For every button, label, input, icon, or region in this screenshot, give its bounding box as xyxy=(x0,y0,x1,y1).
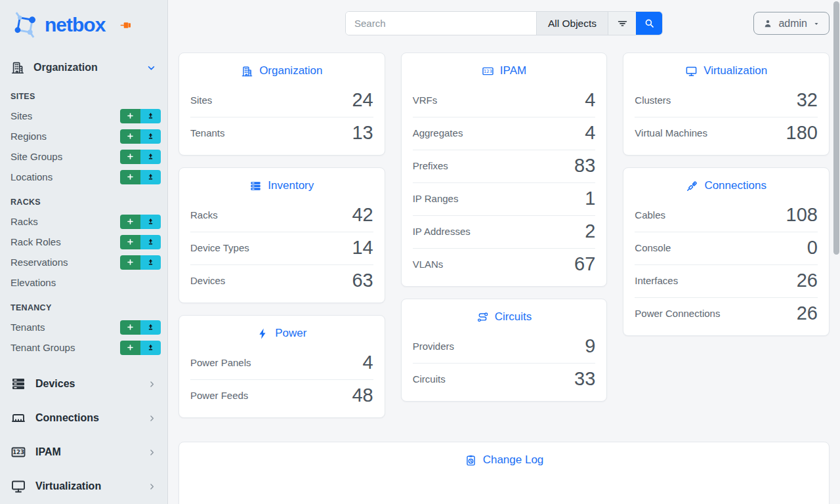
chevron-right-icon xyxy=(147,448,157,457)
upload-icon xyxy=(146,173,155,181)
user-menu-button[interactable]: admin xyxy=(753,12,830,35)
card-power-title[interactable]: Power xyxy=(179,316,385,347)
card-inventory-title[interactable]: Inventory xyxy=(179,168,385,200)
stat-value[interactable]: 4 xyxy=(585,123,595,142)
card-change-log-title[interactable]: Change Log xyxy=(179,442,829,474)
stat-value[interactable]: 26 xyxy=(797,271,818,290)
card-title-label: Inventory xyxy=(268,179,314,192)
pin-icon[interactable] xyxy=(119,19,132,32)
search-input[interactable] xyxy=(346,12,536,35)
search-button[interactable] xyxy=(636,12,662,35)
stat-value[interactable]: 0 xyxy=(807,238,818,257)
sidebar-item-organization[interactable]: Organization xyxy=(0,54,167,81)
import-button[interactable] xyxy=(140,320,161,335)
upload-icon xyxy=(146,132,155,140)
card-virtualization: Virtualization Clusters 32 Virtual Machi… xyxy=(623,52,830,156)
sidebar-item-ipam[interactable]: IPAM xyxy=(0,435,167,469)
stat-row: Clusters 32 xyxy=(635,85,818,117)
stat-row: Power Feeds 48 xyxy=(190,379,373,412)
sidebar-item-label: Locations xyxy=(10,171,52,182)
stat-row: Interfaces 26 xyxy=(635,264,818,297)
chevron-right-icon xyxy=(147,482,157,492)
sidebar-item-tenants[interactable]: Tenants xyxy=(0,317,167,337)
sidebar-item-sites[interactable]: Sites xyxy=(0,106,167,126)
add-button[interactable] xyxy=(120,320,140,335)
stat-value[interactable]: 14 xyxy=(352,238,373,257)
counter-icon xyxy=(482,65,494,77)
import-button[interactable] xyxy=(140,341,161,355)
caret-down-icon xyxy=(812,20,820,28)
add-button[interactable] xyxy=(120,215,140,229)
stat-label: Aggregates xyxy=(413,127,463,138)
stat-value[interactable]: 33 xyxy=(574,369,595,388)
card-title-label: Change Log xyxy=(483,453,544,467)
sidebar-item-connections[interactable]: Connections xyxy=(0,401,167,435)
stat-value[interactable]: 180 xyxy=(786,123,818,142)
import-button[interactable] xyxy=(140,150,161,164)
card-ipam-title[interactable]: IPAM xyxy=(402,53,607,85)
stat-value[interactable]: 63 xyxy=(352,271,373,290)
page-scrollbar-thumb[interactable] xyxy=(833,1,839,255)
import-button[interactable] xyxy=(140,255,161,270)
add-button[interactable] xyxy=(120,170,140,184)
import-button[interactable] xyxy=(140,215,161,229)
chevron-right-icon xyxy=(147,413,157,423)
import-button[interactable] xyxy=(140,235,161,249)
import-button[interactable] xyxy=(140,109,161,123)
sidebar-item-reservations[interactable]: Reservations xyxy=(0,252,167,272)
card-connections-title[interactable]: Connections xyxy=(623,168,829,200)
main-area: All Objects admin Organization xyxy=(168,0,840,504)
filter-button[interactable] xyxy=(608,12,636,35)
netbox-logo[interactable]: netbox xyxy=(10,10,105,39)
stat-value[interactable]: 1 xyxy=(585,189,595,208)
sidebar-item-devices[interactable]: Devices xyxy=(0,367,167,401)
add-button[interactable] xyxy=(120,235,140,249)
stat-value[interactable]: 48 xyxy=(352,386,373,405)
stat-row: Prefixes 83 xyxy=(413,150,596,182)
sidebar-item-label: Tenant Groups xyxy=(10,342,75,353)
stat-value[interactable]: 67 xyxy=(574,255,595,274)
card-virtualization-title[interactable]: Virtualization xyxy=(623,53,829,85)
stat-label: Power Feeds xyxy=(190,390,248,401)
stat-value[interactable]: 26 xyxy=(797,304,818,323)
add-button[interactable] xyxy=(120,129,140,144)
sidebar-item-tenant-groups[interactable]: Tenant Groups xyxy=(0,337,167,358)
stat-value[interactable]: 32 xyxy=(797,91,818,110)
sidebar-item-elevations[interactable]: Elevations xyxy=(0,272,167,293)
monitor-icon xyxy=(10,478,26,494)
stat-value[interactable]: 24 xyxy=(352,91,373,110)
stat-value[interactable]: 42 xyxy=(352,205,373,224)
plus-icon xyxy=(126,132,135,140)
card-circuits-title[interactable]: Circuits xyxy=(402,299,607,331)
import-button[interactable] xyxy=(140,129,161,144)
sidebar-item-regions[interactable]: Regions xyxy=(0,126,167,146)
stat-value[interactable]: 4 xyxy=(363,353,373,372)
add-button[interactable] xyxy=(120,255,140,270)
sidebar-item-racks[interactable]: Racks xyxy=(0,211,167,232)
add-button[interactable] xyxy=(120,109,140,123)
stat-row: Virtual Machines 180 xyxy=(635,117,818,150)
sidebar-item-label: Rack Roles xyxy=(10,236,61,247)
stat-value[interactable]: 4 xyxy=(585,91,595,110)
stat-value[interactable]: 13 xyxy=(352,123,373,142)
plus-icon xyxy=(126,173,135,181)
search-scope-button[interactable]: All Objects xyxy=(536,12,608,35)
sidebar-item-rack-roles[interactable]: Rack Roles xyxy=(0,232,167,252)
add-button[interactable] xyxy=(120,150,140,164)
stat-value[interactable]: 83 xyxy=(574,156,595,175)
stat-row: Racks 42 xyxy=(190,200,373,232)
sidebar-heading-tenancy: TENANCY xyxy=(0,303,167,312)
sidebar-item-virtualization[interactable]: Virtualization xyxy=(0,469,167,503)
stat-label: Power Panels xyxy=(190,357,251,368)
stat-value[interactable]: 9 xyxy=(585,337,595,356)
sidebar-item-locations[interactable]: Locations xyxy=(0,167,167,187)
counter-icon xyxy=(10,444,26,460)
sidebar-item-site-groups[interactable]: Site Groups xyxy=(0,146,167,167)
stat-value[interactable]: 2 xyxy=(585,222,595,241)
card-organization-title[interactable]: Organization xyxy=(179,53,385,85)
import-button[interactable] xyxy=(140,170,161,184)
stat-value[interactable]: 108 xyxy=(786,205,818,224)
add-button[interactable] xyxy=(120,341,140,355)
user-name: admin xyxy=(778,18,807,30)
sidebar: netbox Organization SITES Sites Regions … xyxy=(0,0,168,504)
